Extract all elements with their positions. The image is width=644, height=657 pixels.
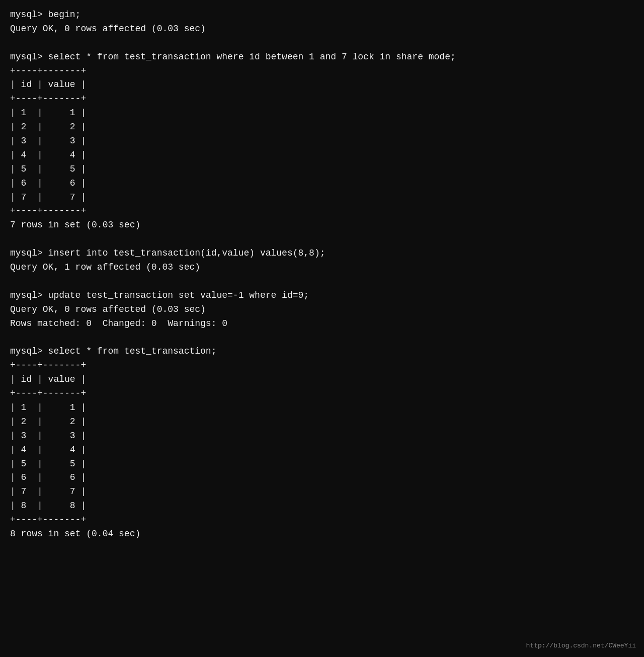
watermark: http://blog.csdn.net/CWeeYii [526, 641, 636, 651]
terminal-output: mysql> begin; Query OK, 0 rows affected … [10, 8, 634, 541]
